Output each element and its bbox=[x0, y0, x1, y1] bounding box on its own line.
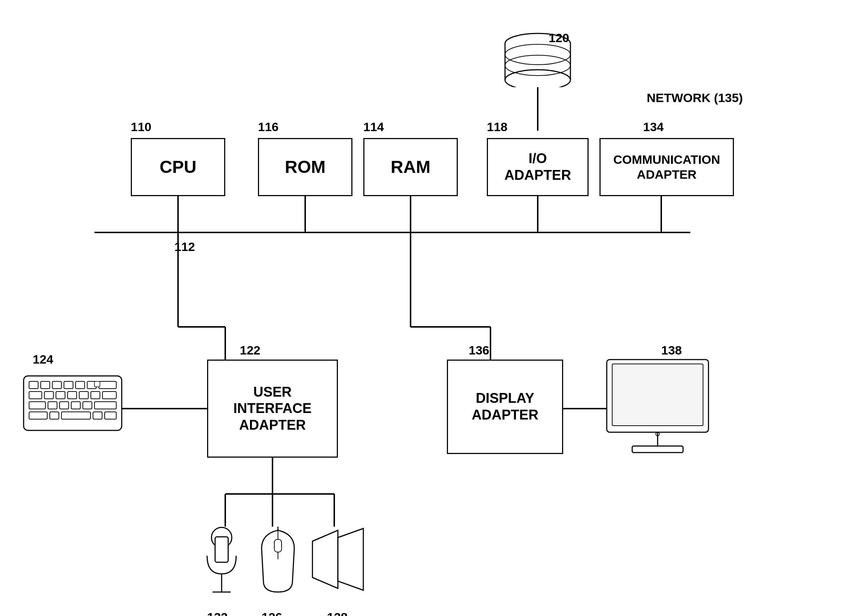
svg-rect-46 bbox=[71, 402, 80, 409]
speaker-ref: 128 bbox=[327, 610, 348, 616]
svg-rect-33 bbox=[76, 381, 85, 389]
svg-rect-36 bbox=[29, 391, 42, 399]
comm-ref: 134 bbox=[643, 120, 664, 134]
svg-rect-53 bbox=[105, 412, 116, 419]
svg-rect-38 bbox=[56, 391, 65, 399]
svg-marker-67 bbox=[338, 529, 363, 590]
mic-ref: 132 bbox=[207, 610, 228, 616]
io-ref: 118 bbox=[487, 120, 507, 134]
svg-rect-44 bbox=[48, 402, 57, 409]
ram-box: RAM bbox=[363, 138, 458, 196]
disk-ref: 120 bbox=[549, 31, 569, 45]
svg-marker-66 bbox=[313, 530, 338, 588]
ram-ref: 114 bbox=[363, 120, 384, 134]
monitor-ref: 138 bbox=[661, 343, 682, 357]
rom-box: ROM bbox=[258, 138, 353, 196]
svg-rect-54 bbox=[95, 381, 100, 387]
svg-rect-29 bbox=[29, 381, 38, 389]
svg-rect-61 bbox=[215, 537, 228, 562]
cpu-box: CPU bbox=[131, 138, 225, 196]
svg-rect-51 bbox=[61, 412, 90, 419]
svg-rect-48 bbox=[95, 402, 116, 409]
monitor-icon bbox=[603, 356, 719, 458]
speaker-icon bbox=[309, 527, 367, 603]
bus-ref: 112 bbox=[174, 240, 195, 254]
svg-rect-49 bbox=[29, 412, 47, 419]
svg-rect-41 bbox=[91, 391, 100, 399]
svg-rect-43 bbox=[29, 402, 45, 409]
svg-rect-65 bbox=[274, 539, 282, 552]
mouse-ref: 126 bbox=[262, 610, 282, 616]
svg-rect-45 bbox=[59, 402, 69, 409]
svg-rect-58 bbox=[632, 446, 683, 453]
ui-adapter-box: USERINTERFACEADAPTER bbox=[207, 360, 338, 458]
keyboard-ref: 124 bbox=[33, 352, 53, 366]
rom-ref: 116 bbox=[258, 120, 279, 134]
mouse-icon bbox=[254, 527, 302, 607]
ui-adapter-ref: 122 bbox=[240, 343, 261, 357]
svg-rect-52 bbox=[93, 412, 102, 419]
svg-rect-35 bbox=[99, 381, 116, 389]
svg-rect-42 bbox=[102, 391, 116, 399]
svg-rect-30 bbox=[41, 381, 50, 389]
svg-rect-32 bbox=[64, 381, 73, 389]
svg-rect-50 bbox=[50, 412, 59, 419]
svg-rect-56 bbox=[612, 364, 703, 426]
io-adapter-box: I/OADAPTER bbox=[487, 138, 589, 196]
svg-rect-47 bbox=[83, 402, 92, 409]
display-adapter-ref: 136 bbox=[469, 343, 489, 357]
cpu-ref: 110 bbox=[131, 120, 151, 134]
svg-rect-37 bbox=[44, 391, 53, 399]
svg-rect-31 bbox=[52, 381, 61, 389]
comm-adapter-box: COMMUNICATIONADAPTER bbox=[599, 138, 734, 196]
svg-rect-39 bbox=[68, 391, 77, 399]
microphone-icon bbox=[200, 527, 243, 607]
svg-rect-40 bbox=[79, 391, 88, 399]
network-label: NETWORK (135) bbox=[647, 91, 743, 105]
display-adapter-box: DISPLAYADAPTER bbox=[447, 360, 563, 454]
keyboard-icon bbox=[22, 367, 123, 432]
